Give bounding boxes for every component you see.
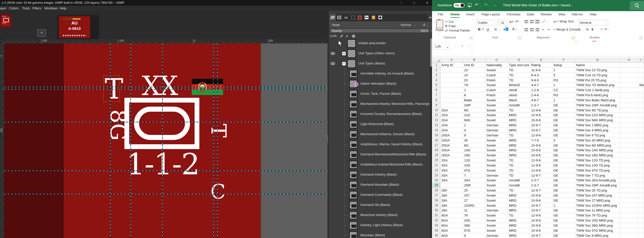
opacity-slider[interactable]: Opacity 100.0 (330, 29, 430, 33)
row-header-31[interactable]: 31 (433, 213, 440, 218)
cell-A35[interactable]: 8GA (440, 233, 463, 238)
cell-D27[interactable]: MRD (508, 193, 530, 198)
cell-I27[interactable] (638, 193, 644, 198)
cell-C1[interactable]: Nationality (486, 63, 508, 68)
row-header-15[interactable]: 15 (433, 133, 440, 138)
cell-I4[interactable] (638, 78, 644, 83)
cell-G16[interactable]: TWW Sov 30 MRD.png (575, 138, 620, 143)
row-header-24[interactable]: 24 (433, 178, 440, 183)
cell-E6[interactable]: 1-2-6 (530, 88, 552, 93)
cell-B18[interactable]: 14G (463, 148, 486, 153)
cell-C11[interactable]: Soviet (486, 113, 508, 118)
align-right-icon[interactable] (535, 28, 539, 31)
tab-review[interactable]: Review (541, 12, 552, 17)
cell-G26[interactable]: TWW Sov 25 TD.png (575, 188, 620, 193)
cell-H23[interactable] (620, 173, 638, 178)
cell-F30[interactable]: GE (552, 208, 575, 213)
cell-A32[interactable]: 8GA (440, 218, 463, 223)
row-header-21[interactable]: 21 (433, 163, 440, 168)
cell-H29[interactable] (620, 203, 638, 208)
cell-G24[interactable]: TWW Sov 3SA AmobB.png (575, 178, 620, 183)
dock-tab-colormap[interactable] (356, 14, 363, 21)
cell-H14[interactable] (620, 128, 638, 133)
cell-B13[interactable]: 1 (463, 123, 486, 128)
cell-B11[interactable]: 21G (463, 113, 486, 118)
cell-F17[interactable]: GE (552, 143, 575, 148)
cell-G7[interactable]: TWW Pol 6 AbnD.png (575, 93, 620, 98)
cell-I24[interactable] (638, 178, 644, 183)
cell-E15[interactable]: 12-9-6 (530, 133, 552, 138)
cell-G1[interactable]: Name (575, 63, 620, 68)
cell-E30[interactable]: 10-9-7 (530, 208, 552, 213)
cell-H8[interactable] (620, 98, 638, 103)
decrease-decimal-icon[interactable]: .00→ (604, 28, 610, 31)
row-header-28[interactable]: 28 (433, 198, 440, 203)
cell-I30[interactable] (638, 208, 644, 213)
cell-H12[interactable] (620, 118, 638, 123)
cell-C29[interactable]: Soviet (486, 203, 508, 208)
cell-H1[interactable] (620, 63, 638, 68)
cell-E1[interactable]: Rating (530, 63, 552, 68)
tab-page-layout[interactable]: Page Layout (481, 12, 500, 17)
cell-G25[interactable]: TWW Sov 2WF AmobB.png (575, 183, 620, 188)
excel-titlebar[interactable]: AutoSave On ↶ ⌄ ↷ ⌄ ⌄ Third World War Or… (432, 0, 644, 11)
cell-I28[interactable] (638, 198, 644, 203)
wrap-text-button[interactable]: ab⏎ Wrap Text (553, 20, 574, 23)
cell-E4[interactable]: 9-8-5 (530, 78, 552, 83)
cell-D30[interactable]: MRD (508, 208, 530, 213)
cell-C9[interactable]: Soviet (486, 103, 508, 108)
cell-H21[interactable] (620, 163, 638, 168)
cell-F6[interactable]: CZ (552, 88, 575, 93)
cancel-icon[interactable]: ✕ (461, 44, 464, 48)
cell-A16[interactable]: 20GA (440, 138, 463, 143)
cell-F22[interactable]: GE (552, 168, 575, 173)
gimp-canvas[interactable]: T XX 8G T 1-1-2 C (4, 43, 328, 238)
cell-B26[interactable]: 25 (463, 188, 486, 193)
cell-A12[interactable]: 2GA (440, 118, 463, 123)
cell-F33[interactable]: GE (552, 223, 575, 228)
cell-C24[interactable]: Soviet (486, 178, 508, 183)
row-header-10[interactable]: 10 (433, 108, 440, 113)
cell-E24[interactable]: 2-3-7 (530, 178, 552, 183)
number-format-dropdown[interactable]: General⌄ (578, 20, 608, 25)
cell-E31[interactable]: 12-9-6 (530, 213, 552, 218)
lock-pixels-icon[interactable] (340, 35, 343, 37)
row-header-20[interactable]: 20 (433, 158, 440, 163)
cell-D26[interactable]: TD (508, 188, 530, 193)
tab-home[interactable]: Home (450, 12, 460, 18)
cell-C4[interactable]: Polish (486, 78, 508, 83)
cell-E32[interactable]: 10-9-6 (530, 218, 552, 223)
cell-F1[interactable]: Setup (552, 63, 575, 68)
layer-row[interactable]: Visible area border (329, 38, 430, 49)
cell-D35[interactable]: MRD (508, 233, 530, 238)
layer-row[interactable]: Armored Cavalry, Reconnaissance (Black) (329, 109, 430, 119)
column-header-D[interactable]: D (508, 57, 530, 63)
cell-A22[interactable]: 3SA (440, 168, 463, 173)
font-color-icon[interactable]: A ⌄ (512, 27, 517, 31)
cell-E5[interactable]: 4-4-7 (530, 83, 552, 88)
cell-H18[interactable] (620, 148, 638, 153)
cell-H30[interactable] (620, 208, 638, 213)
cell-G5[interactable]: TWW Sov 7G MAbnD.png (575, 83, 620, 88)
cell-D3[interactable]: TD (508, 73, 530, 78)
alignment-dialog-launcher-icon[interactable]: ↘ (571, 36, 575, 39)
cell-D9[interactable]: AmobB (508, 103, 530, 108)
cell-F14[interactable]: GE (552, 128, 575, 133)
column-header-I[interactable]: I (638, 57, 644, 63)
cell-F34[interactable]: GE (552, 228, 575, 233)
clipboard-dialog-launcher-icon[interactable]: ↘ (469, 36, 473, 39)
cell-F29[interactable]: 1 (552, 203, 575, 208)
cell-E11[interactable]: 10-9-6 (530, 113, 552, 118)
cell-C3[interactable]: Czech (486, 73, 508, 78)
minimize-button[interactable]: – (397, 0, 406, 6)
cell-H15[interactable] (620, 133, 638, 138)
cell-E28[interactable]: 10-9-6 (530, 198, 552, 203)
cell-E20[interactable]: 12-9-6 (530, 158, 552, 163)
cell-G2[interactable]: TWW Sov 23 TD.png (575, 68, 620, 73)
cell-F7[interactable]: PO (552, 93, 575, 98)
cell-D24[interactable]: AmobB (508, 178, 530, 183)
row-header-1[interactable]: 1 (433, 63, 440, 68)
cell-B21[interactable]: 10G (463, 163, 486, 168)
cell-I13[interactable] (638, 123, 644, 128)
cell-F5[interactable]: 1 (552, 83, 575, 88)
